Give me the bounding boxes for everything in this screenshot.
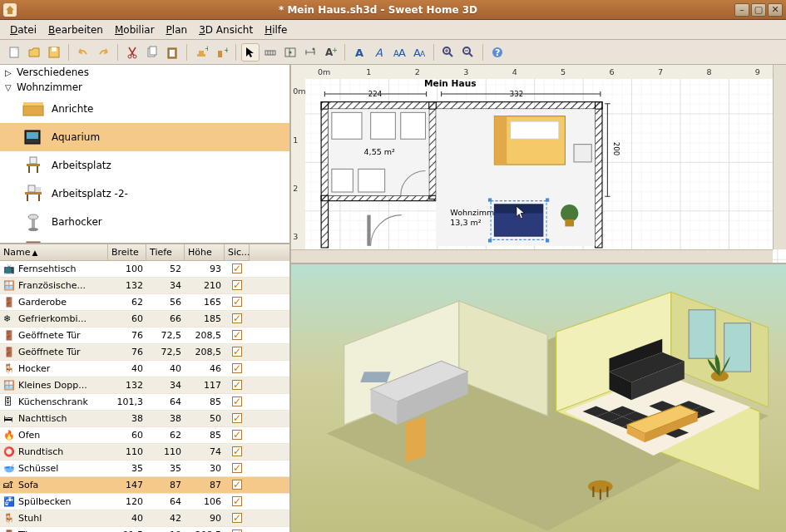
table-row[interactable]: 🚪Geöffnete Tür 76 72,5 208,5 ✓ <box>0 344 289 361</box>
table-row[interactable]: 🚪Geöffnete Tür 76 72,5 208,5 ✓ <box>0 328 289 344</box>
visibility-checkbox[interactable]: ✓ <box>232 330 242 340</box>
col-hoehe[interactable]: Höhe <box>185 244 225 261</box>
catalog-item[interactable]: Bücherregal <box>0 236 289 244</box>
zoom-out-icon[interactable] <box>459 43 477 62</box>
row-hoehe: 93 <box>185 262 225 276</box>
visibility-checkbox[interactable]: ✓ <box>232 280 242 290</box>
table-row[interactable]: ❄Gefrierkombi... 60 66 185 ✓ <box>0 311 289 328</box>
redo-icon[interactable] <box>94 43 112 62</box>
row-tiefe: 52 <box>146 262 185 276</box>
row-breite: 60 <box>108 312 146 326</box>
visibility-checkbox[interactable]: ✓ <box>232 430 242 440</box>
svg-rect-84 <box>494 116 507 165</box>
catalog-item[interactable]: Anrichte <box>0 95 289 123</box>
open-icon[interactable] <box>25 43 43 62</box>
svg-rect-40 <box>36 187 41 192</box>
furniture-catalog[interactable]: ▷ Verschiedenes ▽ Wohnzimmer AnrichteAqu… <box>0 65 289 244</box>
table-row[interactable]: 🪑Hocker 40 40 46 ✓ <box>0 361 289 377</box>
catalog-item[interactable]: Barhocker <box>0 208 289 236</box>
visibility-checkbox[interactable]: ✓ <box>232 446 242 456</box>
table-row[interactable]: 🚪Garderobe 62 56 165 ✓ <box>0 294 289 311</box>
visibility-checkbox[interactable]: ✓ <box>232 380 242 390</box>
menu-3d-ansicht[interactable]: 3D Ansicht <box>194 22 258 37</box>
text-italic-icon[interactable]: A <box>370 43 388 62</box>
text-bold-icon[interactable]: A <box>350 43 368 62</box>
plan-view[interactable]: 0m123456789 0m123 Mein Haus 224 332 200 <box>291 65 786 264</box>
furniture-mini-icon: ❄ <box>3 313 15 325</box>
create-walls-icon[interactable] <box>261 43 279 62</box>
new-icon[interactable] <box>5 43 23 62</box>
visibility-checkbox[interactable]: ✓ <box>232 313 242 323</box>
minimize-button[interactable]: – <box>734 3 749 17</box>
catalog-item[interactable]: Arbeitsplatz <box>0 151 289 180</box>
table-row[interactable]: 🪟Kleines Dopp... 132 34 117 ✓ <box>0 377 289 394</box>
col-name[interactable]: Name▲ <box>0 244 108 261</box>
row-breite: 60 <box>108 428 146 442</box>
row-breite: 38 <box>108 411 146 426</box>
3d-view[interactable] <box>291 264 786 532</box>
visibility-checkbox[interactable]: ✓ <box>232 347 242 357</box>
menu-plan[interactable]: Plan <box>161 22 193 37</box>
visibility-checkbox[interactable]: ✓ <box>232 413 242 423</box>
visibility-checkbox[interactable]: ✓ <box>232 480 242 490</box>
col-breite[interactable]: Breite <box>108 244 146 261</box>
create-rooms-icon[interactable] <box>281 43 299 62</box>
catalog-item[interactable]: Arbeitsplatz -2- <box>0 180 289 208</box>
zoom-in-icon[interactable] <box>439 43 457 62</box>
menu-hilfe[interactable]: Hilfe <box>260 22 292 37</box>
table-row[interactable]: 🔥Ofen 60 62 85 ✓ <box>0 427 289 444</box>
visibility-checkbox[interactable]: ✓ <box>232 463 242 473</box>
table-row[interactable]: 🛋Sofa 147 87 87 ✓ <box>0 477 289 494</box>
visibility-checkbox[interactable]: ✓ <box>232 363 242 373</box>
copy-icon[interactable] <box>143 43 161 62</box>
table-row[interactable]: 🗄Küchenschrank 101,3 64 85 ✓ <box>0 394 289 411</box>
plan-scrollbar-h[interactable] <box>291 249 773 263</box>
table-row[interactable]: ⭕Rundtisch 110 110 74 ✓ <box>0 444 289 461</box>
catalog-group-wohnzimmer[interactable]: ▽ Wohnzimmer <box>0 80 289 95</box>
furniture-table[interactable]: Name▲ Breite Tiefe Höhe Sic... 📺Fernseht… <box>0 244 289 532</box>
row-hoehe: 210 <box>185 278 225 293</box>
add-furniture-icon[interactable]: + <box>192 43 210 62</box>
cut-icon[interactable] <box>123 43 141 62</box>
svg-text:+: + <box>205 46 208 52</box>
text-bigger-icon[interactable]: AA <box>390 43 408 62</box>
visibility-checkbox[interactable]: ✓ <box>232 297 242 307</box>
close-button[interactable]: ✕ <box>768 3 783 17</box>
menu-mobiliar[interactable]: Mobiliar <box>110 22 160 37</box>
visibility-checkbox[interactable]: ✓ <box>232 513 242 523</box>
menu-bearbeiten[interactable]: Bearbeiten <box>43 22 108 37</box>
select-tool-icon[interactable] <box>241 43 260 62</box>
plan-scrollbar-v[interactable] <box>773 65 786 249</box>
col-tiefe[interactable]: Tiefe <box>146 244 185 261</box>
table-row[interactable]: 🪑Stuhl 40 42 90 ✓ <box>0 510 289 527</box>
furniture-mini-icon: 🪑 <box>3 513 15 525</box>
text-smaller-icon[interactable]: AA <box>410 43 428 62</box>
undo-icon[interactable] <box>74 43 92 62</box>
table-row[interactable]: 🥣Schüssel 35 35 30 ✓ <box>0 461 289 477</box>
import-furniture-icon[interactable]: + <box>212 43 230 62</box>
plan-canvas[interactable]: 0m123456789 0m123 Mein Haus 224 332 200 <box>291 65 786 263</box>
table-row[interactable]: 🪟Französische... 132 34 210 ✓ <box>0 278 289 294</box>
catalog-item[interactable]: Aquarium <box>0 123 289 151</box>
visibility-checkbox[interactable]: ✓ <box>232 397 242 406</box>
table-row[interactable]: 📺Fernsehtisch 100 52 93 ✓ <box>0 261 289 278</box>
help-icon[interactable]: ? <box>488 43 507 62</box>
save-icon[interactable] <box>45 43 63 62</box>
paste-icon[interactable] <box>163 43 181 62</box>
table-row[interactable]: 🚪Tür 91,5 10 208,5 ✓ <box>0 527 289 532</box>
row-name: Französische... <box>18 280 86 291</box>
create-dimensions-icon[interactable] <box>301 43 319 62</box>
maximize-button[interactable]: ▢ <box>751 3 766 17</box>
visibility-checkbox[interactable]: ✓ <box>232 496 242 506</box>
app-icon <box>3 3 17 17</box>
svg-point-4 <box>133 55 136 58</box>
menu-datei[interactable]: Datei <box>5 22 42 37</box>
table-row[interactable]: 🛏Nachttisch 38 38 50 ✓ <box>0 411 289 427</box>
svg-text:9: 9 <box>755 67 760 76</box>
table-row[interactable]: 🚰Spülbecken 120 64 106 ✓ <box>0 494 289 510</box>
row-tiefe: 62 <box>146 428 185 442</box>
create-text-icon[interactable]: A+ <box>321 43 339 62</box>
catalog-group-verschiedenes[interactable]: ▷ Verschiedenes <box>0 65 289 80</box>
visibility-checkbox[interactable]: ✓ <box>232 264 242 273</box>
col-sichtbar[interactable]: Sic... <box>225 244 250 261</box>
